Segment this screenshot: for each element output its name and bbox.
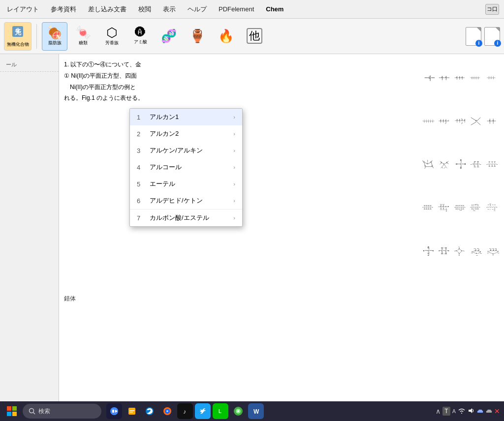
doc-icon-1[interactable]: i: [466, 27, 481, 46]
svg-text:化: 化: [15, 28, 21, 33]
tray-cloud2[interactable]: [485, 407, 492, 415]
svg-marker-466: [469, 408, 472, 413]
svg-text:H H: H H: [455, 209, 457, 210]
mol-21[interactable]: C H H H H H H: [422, 231, 436, 271]
mol-19[interactable]: H C C C C H H H H H: [470, 188, 484, 227]
mol-17[interactable]: H C C C H H H H H H H H H: [438, 188, 452, 227]
mol-24[interactable]: H H H H C C C C C H H: [470, 231, 484, 271]
taskbar-files-icon[interactable]: [124, 403, 140, 419]
svg-text:H H: H H: [463, 205, 464, 206]
mol-14[interactable]: H C C H H H H H H H H H: [470, 145, 484, 184]
dropdown-item-6[interactable]: 6 アルデヒド/ケトン ›: [130, 192, 242, 209]
dropdown-item-3[interactable]: 3 アルケン/アルキン ›: [130, 142, 242, 159]
tray-atok[interactable]: A: [452, 408, 456, 414]
taskbar-app8-icon[interactable]: [230, 403, 246, 419]
mol-6[interactable]: C C C C C: [422, 101, 436, 141]
mol-18[interactable]: H C C C C C H: [454, 188, 468, 227]
inorganic-button[interactable]: 无 化 無機化合物: [4, 22, 32, 51]
sidebar-item-1[interactable]: ール: [0, 58, 59, 72]
menu-review[interactable]: 校閲: [136, 4, 153, 15]
svg-rect-450: [129, 410, 134, 411]
search-box[interactable]: 検索: [23, 404, 101, 419]
lipid-button[interactable]: 🍖 脂肪族: [42, 22, 67, 51]
bio-button[interactable]: 🧬: [156, 22, 182, 51]
mol-20[interactable]: H C C C C H H H H: [486, 188, 500, 227]
taskbar-word-icon[interactable]: W: [248, 403, 264, 419]
text-line-4: れる。Fig.1 のように表せる。: [64, 92, 172, 104]
sugar-icon: 🍬: [75, 26, 91, 39]
mol-9[interactable]: C: [470, 101, 484, 141]
mol-8[interactable]: C C C C C: [454, 101, 468, 141]
svg-rect-447: [112, 410, 114, 413]
vessel-button[interactable]: 🏺: [185, 22, 210, 51]
mol-15[interactable]: H C C C H H H H H H H H H: [486, 145, 500, 184]
taskbar-firefox-icon[interactable]: [159, 403, 175, 419]
taskbar-video-icon[interactable]: [106, 403, 122, 419]
menu-layout[interactable]: レイアウト: [5, 4, 41, 15]
svg-text:C: C: [476, 253, 477, 254]
mol-4[interactable]: C C C C: [470, 58, 484, 97]
doc-icon-2[interactable]: i: [484, 27, 500, 46]
mol-3[interactable]: C C C: [454, 58, 468, 97]
aromatic-button[interactable]: ⬡ 芳香族: [99, 22, 125, 51]
svg-line-430: [493, 252, 498, 254]
other-button[interactable]: 他: [242, 22, 267, 51]
amino-button[interactable]: 🅐 アミ酸: [127, 22, 153, 51]
tray-ime[interactable]: T: [442, 407, 450, 416]
menu-help[interactable]: ヘルプ: [186, 4, 209, 15]
taskbar-line-icon[interactable]: L: [213, 403, 228, 419]
dropdown-label-7: カルボン酸/エステル: [150, 213, 228, 222]
svg-line-429: [488, 252, 493, 254]
svg-text:H: H: [428, 246, 429, 248]
window-control[interactable]: コ口: [485, 4, 499, 15]
svg-text:H-C-H: H-C-H: [460, 210, 462, 210]
tray-wifi[interactable]: [458, 407, 466, 416]
menu-chem[interactable]: Chem: [264, 4, 285, 14]
search-icon: [29, 408, 35, 415]
mol-25[interactable]: H H H H H H C C C C C C: [486, 231, 500, 271]
svg-line-130: [444, 167, 445, 168]
svg-text:H H: H H: [472, 252, 473, 254]
dropdown-arrow-2: ›: [233, 131, 235, 137]
svg-text:H: H: [497, 164, 498, 165]
sugar-button[interactable]: 🍬 糖類: [70, 22, 96, 51]
svg-text:H H: H H: [424, 205, 425, 206]
svg-text:H H: H H: [472, 205, 473, 206]
svg-text:C: C: [460, 163, 462, 165]
taskbar-edge-icon[interactable]: [142, 403, 158, 419]
dropdown-item-5[interactable]: 5 エーテル ›: [130, 176, 242, 192]
mol-23[interactable]: C C C C H H: [454, 231, 468, 271]
mol-7[interactable]: C C C C C: [438, 101, 452, 141]
start-button[interactable]: [4, 403, 20, 419]
svg-text:H H: H H: [475, 209, 477, 210]
menu-view[interactable]: 表示: [161, 4, 178, 15]
mol-10[interactable]: C C: [486, 101, 500, 141]
mol-1[interactable]: C: [422, 58, 436, 97]
svg-line-129: [446, 167, 447, 168]
mol-22[interactable]: H C C H H H H H H H H H: [438, 231, 452, 271]
dropdown-item-2[interactable]: 2 アルカン2 ›: [130, 125, 242, 142]
mol-5[interactable]: C C C: [486, 58, 500, 97]
mol-12[interactable]: C C C: [438, 145, 452, 184]
menu-mailings[interactable]: 差し込み文書: [86, 4, 128, 15]
taskbar-tiktok-icon[interactable]: ♪: [177, 403, 193, 419]
svg-text:H: H: [423, 250, 425, 252]
svg-text:H H: H H: [477, 209, 479, 210]
svg-rect-441: [12, 406, 17, 411]
menu-references[interactable]: 参考資料: [49, 4, 78, 15]
dropdown-label-3: アルケン/アルキン: [150, 146, 228, 155]
mol-2[interactable]: C C: [438, 58, 452, 97]
tray-close[interactable]: ✕: [494, 407, 500, 415]
dropdown-item-7[interactable]: 7 カルボン酸/エステル ›: [130, 209, 242, 226]
menu-pdfelement[interactable]: PDFelement: [217, 4, 256, 14]
fire-button[interactable]: 🔥: [213, 22, 239, 51]
tray-cloud1[interactable]: [476, 407, 483, 415]
dropdown-item-4[interactable]: 4 アルコール ›: [130, 159, 242, 176]
dropdown-item-1[interactable]: 1 アルカン1 ›: [130, 109, 242, 125]
mol-13[interactable]: C H H H H A: [454, 145, 468, 184]
taskbar-twitter-icon[interactable]: [195, 403, 211, 419]
tray-caret[interactable]: ∧: [436, 407, 441, 415]
tray-sound[interactable]: [468, 407, 474, 416]
mol-11[interactable]: C C C C C: [422, 145, 436, 184]
mol-16[interactable]: H C C C C H H H: [422, 188, 436, 227]
